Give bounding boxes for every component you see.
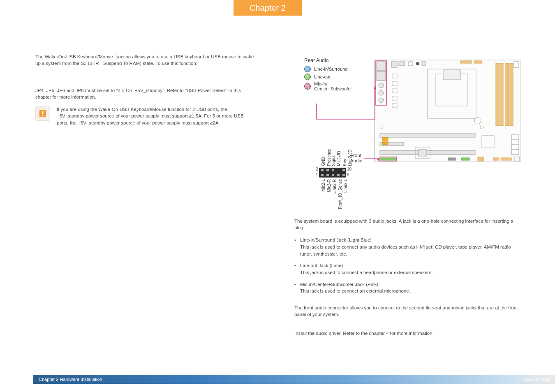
pin-number: 2 — [316, 167, 318, 171]
front-audio-desc: The front audio connector allows you to … — [294, 304, 521, 318]
svg-point-8 — [379, 90, 384, 95]
left-column: The Wake-On-USB Keyboard/Mouse function … — [35, 53, 256, 126]
jack-line-in: Line-in/Surround — [304, 66, 352, 72]
svg-rect-18 — [391, 62, 397, 67]
svg-point-7 — [379, 83, 384, 88]
svg-rect-52 — [382, 142, 388, 145]
svg-rect-12 — [443, 70, 460, 80]
jack-line-out: Line-out — [304, 74, 352, 80]
pin-label: Mic2-R — [327, 179, 331, 211]
board-diagram: Rear Audio Line-in/Surround Line-out Mic… — [294, 58, 521, 205]
important-icon — [35, 106, 50, 121]
pin-label: Line2-R — [332, 179, 337, 211]
motherboard-schematic — [374, 58, 521, 164]
list-item: • Mic-in/Center+Subwoofer Jack (Pink) Th… — [294, 281, 521, 295]
jack-circle-blue — [304, 66, 311, 72]
svg-rect-24 — [474, 61, 482, 63]
pin-label: Presence Signal — [327, 141, 336, 166]
svg-rect-15 — [500, 63, 503, 126]
svg-rect-22 — [422, 62, 426, 66]
svg-rect-5 — [377, 62, 386, 71]
list-item: • Line-in/Surround Jack (Light Blue) Thi… — [294, 237, 521, 257]
bullet-icon: • — [294, 281, 296, 295]
driver-install-text: Install the audio driver. Refer to the c… — [294, 330, 521, 337]
footer-left-text: Chapter 2 Hardware Installation — [39, 377, 102, 382]
svg-rect-43 — [380, 158, 396, 160]
svg-rect-51 — [382, 137, 388, 141]
svg-rect-6 — [377, 71, 386, 81]
list-item: • Line-out Jack (Lime) This jack is used… — [294, 262, 521, 276]
svg-rect-14 — [496, 63, 499, 126]
jack-desc: This jack is used to connect any audio d… — [300, 244, 521, 257]
jack-circle-lime — [304, 74, 311, 80]
jack-title: Line-out Jack (Lime) — [300, 262, 432, 269]
svg-rect-37 — [419, 150, 427, 156]
jack-mic-in: Mic-in/ Center+Subwoofer — [304, 81, 352, 91]
svg-rect-48 — [502, 158, 511, 160]
pin-label: Key — [342, 141, 347, 166]
jack-label: Line-in/Surround — [314, 67, 347, 71]
svg-point-21 — [416, 62, 419, 65]
wake-on-usb-intro: The Wake-On-USB Keyboard/Mouse function … — [35, 53, 256, 67]
right-column: Rear Audio Line-in/Surround Line-out Mic… — [294, 58, 521, 342]
svg-rect-47 — [493, 158, 499, 160]
bullet-icon: • — [294, 262, 296, 276]
jack-title: Line-in/Surround Jack (Light Blue) — [300, 237, 521, 244]
svg-rect-46 — [478, 157, 483, 161]
pin-number: 10 — [347, 167, 352, 171]
rear-audio-legend: Rear Audio Line-in/Surround Line-out Mic… — [304, 58, 352, 92]
jack-title: Mic-in/Center+Subwoofer Jack (Pink) — [300, 281, 410, 288]
svg-rect-44 — [448, 158, 456, 160]
jack-label: Line-out — [314, 74, 331, 79]
pin-label: Front_IO_Sense — [338, 179, 342, 211]
note-text: If you are using the Wake-On-USB Keyboar… — [57, 106, 256, 126]
pin-label: GND — [321, 141, 326, 166]
svg-rect-45 — [461, 158, 469, 160]
jack-label: Mic-in/ Center+Subwoofer — [314, 81, 352, 91]
svg-rect-33 — [380, 133, 475, 137]
pin-label: Line2-L — [343, 179, 348, 211]
svg-point-9 — [379, 98, 384, 103]
bullet-icon: • — [294, 237, 296, 257]
chapter-tab: Chapter 2 — [234, 0, 302, 16]
jack-desc: This jack is used to connect an external… — [300, 288, 410, 295]
svg-rect-17 — [510, 63, 513, 126]
svg-rect-23 — [460, 61, 472, 63]
note-box: If you are using the Wake-On-USB Keyboar… — [35, 106, 256, 126]
svg-rect-34 — [380, 150, 475, 154]
jack-description-list: • Line-in/Surround Jack (Light Blue) Thi… — [294, 237, 521, 295]
pin-label: Mic2-L — [321, 179, 326, 211]
front-audio-label: Front Audio — [350, 153, 362, 163]
pin-number: 1 — [316, 173, 318, 177]
svg-rect-16 — [506, 63, 509, 126]
svg-rect-1 — [42, 111, 44, 114]
footer-right-text: www.dfi.com — [524, 377, 549, 382]
jumper-setting-text: JP4, JP5, JP6 and JP8 must be set to "2-… — [35, 87, 256, 100]
audio-jacks-intro: The system board is equipped with 3 audi… — [294, 218, 521, 231]
jack-circle-pink — [304, 83, 311, 90]
jack-desc: This jack is used to connect a headphone… — [300, 269, 432, 276]
svg-rect-2 — [42, 115, 44, 116]
rear-audio-title: Rear Audio — [304, 58, 352, 63]
footer-bar: Chapter 2 Hardware Installation www.dfi.… — [33, 375, 555, 384]
svg-rect-19 — [399, 62, 405, 66]
pin-number: 9 — [347, 173, 349, 177]
pin-label: Mic2-JD — [337, 141, 341, 166]
